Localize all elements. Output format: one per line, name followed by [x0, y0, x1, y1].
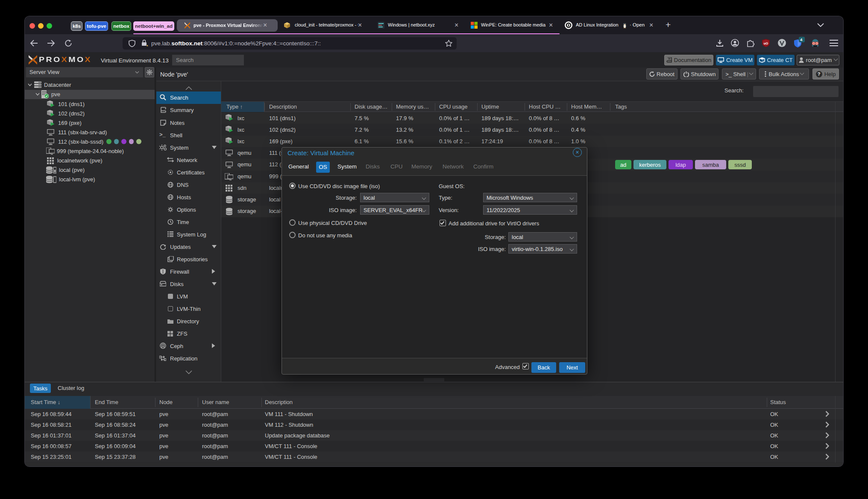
svg-text:uO: uO: [764, 41, 768, 45]
